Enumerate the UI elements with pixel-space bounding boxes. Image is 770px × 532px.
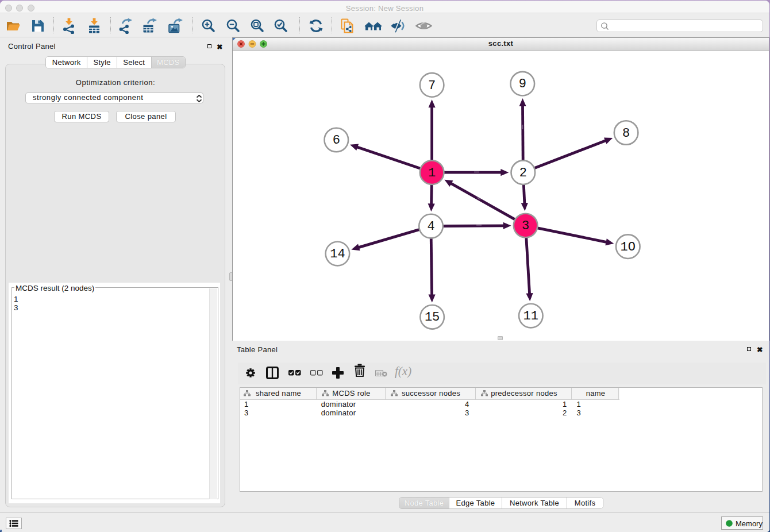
svg-text:3: 3 (522, 219, 529, 233)
svg-text:9: 9 (519, 77, 526, 91)
svg-text:11: 11 (523, 309, 538, 323)
svg-text:1: 1 (428, 166, 436, 180)
svg-text:14: 14 (330, 247, 345, 261)
svg-text:8: 8 (622, 126, 630, 141)
svg-text:4: 4 (427, 219, 434, 234)
svg-text:15: 15 (425, 310, 440, 325)
svg-text:2: 2 (519, 166, 527, 180)
svg-text:1O: 1O (621, 240, 636, 255)
svg-text:7: 7 (428, 79, 436, 93)
svg-text:6: 6 (333, 133, 340, 148)
